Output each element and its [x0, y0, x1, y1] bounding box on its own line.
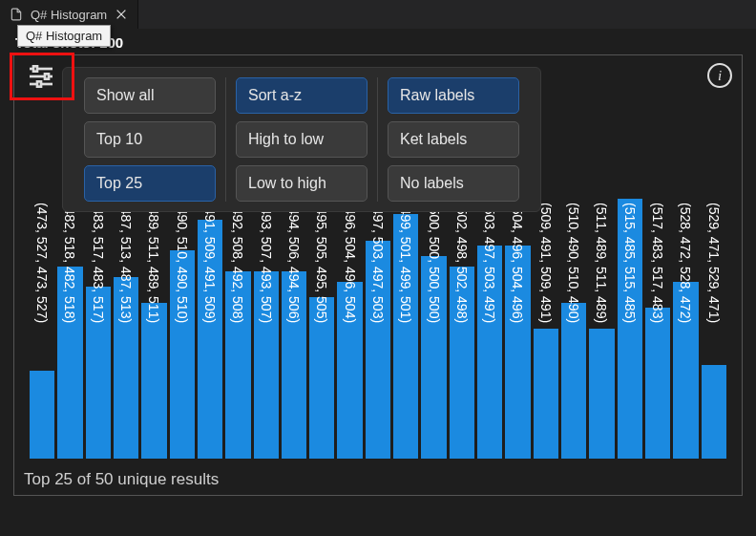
filter-sort-option-1[interactable]: High to low: [236, 121, 368, 158]
bar-label: (517, 483, 517, 483): [650, 203, 665, 323]
close-icon[interactable]: [115, 8, 128, 21]
bar-3[interactable]: (487, 513, 487, 513): [114, 199, 138, 459]
bar-label: (503, 497, 503, 497): [482, 203, 497, 323]
button-label: Raw labels: [400, 87, 474, 104]
file-icon: [10, 8, 23, 21]
histogram-chart: (473, 527, 473, 527)(482, 518, 482, 518)…: [30, 199, 726, 459]
filter-sort-group: Sort a-zHigh to lowLow to high: [225, 77, 377, 202]
bar-18[interactable]: (509, 491, 509, 491): [534, 199, 558, 459]
settings-button[interactable]: [22, 57, 60, 96]
tab-tooltip: Q# Histogram: [17, 25, 111, 47]
filter-sort-option-2[interactable]: Low to high: [236, 165, 368, 202]
bar-17[interactable]: (504, 496, 504, 496): [505, 199, 530, 459]
bar-label: (511, 489, 511, 489): [594, 203, 609, 323]
svg-rect-7: [37, 81, 41, 86]
bar-label: (491, 509, 491, 509): [202, 203, 218, 323]
filter-label-option-2[interactable]: No labels: [388, 165, 519, 202]
filter-count-group: Show allTop 10Top 25: [74, 77, 225, 202]
bar-19[interactable]: (510, 490, 510, 490): [561, 199, 586, 459]
bar-label: (493, 507, 493, 507): [259, 203, 274, 323]
bar-11[interactable]: (496, 504, 496, 504): [337, 199, 362, 459]
bar-12[interactable]: (497, 503, 497, 503): [366, 199, 390, 459]
filter-label-option-1[interactable]: Ket labels: [388, 121, 519, 158]
bar-label: (502, 498, 502, 498): [454, 203, 470, 323]
bar-22[interactable]: (517, 483, 517, 483): [645, 199, 670, 459]
bar-0[interactable]: (473, 527, 473, 527): [30, 199, 54, 459]
bar-label: (515, 485, 515, 485): [622, 203, 638, 323]
bar-fill: [702, 365, 726, 459]
bar-label: (494, 506, 494, 506): [286, 203, 302, 323]
bar-label: (496, 504, 496, 504): [343, 203, 358, 323]
bar-label: (473, 527, 473, 527): [34, 203, 50, 323]
bar-label: (487, 513, 487, 513): [118, 203, 134, 323]
bar-9[interactable]: (494, 506, 494, 506): [282, 199, 306, 459]
bar-label: (495, 505, 495, 505): [314, 203, 329, 323]
button-label: Top 25: [96, 175, 142, 192]
bar-fill: [645, 308, 670, 459]
filter-count-option-2[interactable]: Top 25: [84, 165, 216, 202]
button-label: Sort a-z: [248, 87, 302, 104]
bar-14[interactable]: (500, 500, 500, 500): [421, 199, 446, 459]
button-label: High to low: [248, 131, 324, 148]
filter-label-group: Raw labelsKet labelsNo labels: [377, 77, 529, 202]
info-button[interactable]: i: [707, 63, 732, 88]
bar-label: (489, 511, 489, 511): [146, 203, 161, 323]
bar-label: (482, 518, 482, 518): [62, 203, 77, 323]
bar-5[interactable]: (490, 510, 490, 510): [170, 199, 195, 459]
bar-label: (529, 471, 529, 471): [706, 203, 722, 323]
svg-rect-5: [33, 66, 37, 71]
button-label: No labels: [400, 175, 464, 192]
bar-fill: [561, 303, 586, 459]
bar-15[interactable]: (502, 498, 502, 498): [450, 199, 474, 459]
bar-label: (504, 496, 504, 496): [510, 203, 525, 323]
bar-fill: [589, 329, 614, 459]
tab-title: Q# Histogram: [31, 8, 107, 22]
tab-bar: Q# Histogram: [0, 0, 756, 29]
histogram-panel: i Show allTop 10Top 25 Sort a-zHigh to l…: [13, 54, 743, 496]
bar-13[interactable]: (499, 501, 499, 501): [393, 199, 418, 459]
button-label: Low to high: [248, 175, 326, 192]
bar-label: (500, 500, 500, 500): [427, 203, 442, 323]
filter-sort-option-0[interactable]: Sort a-z: [236, 77, 368, 114]
bar-20[interactable]: (511, 489, 511, 489): [589, 199, 614, 459]
bar-24[interactable]: (529, 471, 529, 471): [702, 199, 726, 459]
bar-label: (499, 501, 499, 501): [398, 203, 413, 323]
bar-label: (492, 508, 492, 508): [230, 203, 245, 323]
filter-count-option-1[interactable]: Top 10: [84, 121, 216, 158]
bar-21[interactable]: (515, 485, 515, 485): [618, 199, 642, 459]
info-icon: i: [718, 68, 722, 84]
bar-2[interactable]: (483, 517, 483, 517): [86, 199, 111, 459]
bar-label: (510, 490, 510, 490): [566, 203, 581, 323]
bar-16[interactable]: (503, 497, 503, 497): [477, 199, 502, 459]
bar-1[interactable]: (482, 518, 482, 518): [57, 199, 82, 459]
filter-popup: Show allTop 10Top 25 Sort a-zHigh to low…: [62, 67, 541, 212]
bar-8[interactable]: (493, 507, 493, 507): [254, 199, 279, 459]
chart-footer: Top 25 of 50 unique results: [24, 470, 219, 489]
filter-label-option-0[interactable]: Raw labels: [388, 77, 519, 114]
bar-label: (497, 503, 497, 503): [370, 203, 386, 323]
svg-rect-6: [45, 74, 49, 78]
filter-count-option-0[interactable]: Show all: [84, 77, 216, 114]
bar-fill: [534, 329, 558, 459]
bar-fill: [141, 303, 166, 459]
total-shots-label: Total shots: 100: [0, 29, 756, 54]
bar-label: (509, 491, 509, 491): [538, 203, 554, 323]
bar-23[interactable]: (528, 472, 528, 472): [673, 199, 698, 459]
bar-7[interactable]: (492, 508, 492, 508): [225, 199, 250, 459]
bar-label: (483, 517, 483, 517): [91, 203, 106, 323]
button-label: Show all: [96, 87, 154, 104]
bar-label: (490, 510, 490, 510): [175, 203, 190, 323]
sliders-icon: [26, 61, 56, 92]
button-label: Ket labels: [400, 131, 467, 148]
bar-label: (528, 472, 528, 472): [678, 203, 693, 323]
button-label: Top 10: [96, 131, 142, 148]
bar-fill: [30, 371, 54, 459]
bar-10[interactable]: (495, 505, 495, 505): [309, 199, 334, 459]
bar-6[interactable]: (491, 509, 491, 509): [198, 199, 222, 459]
bar-4[interactable]: (489, 511, 489, 511): [141, 199, 166, 459]
